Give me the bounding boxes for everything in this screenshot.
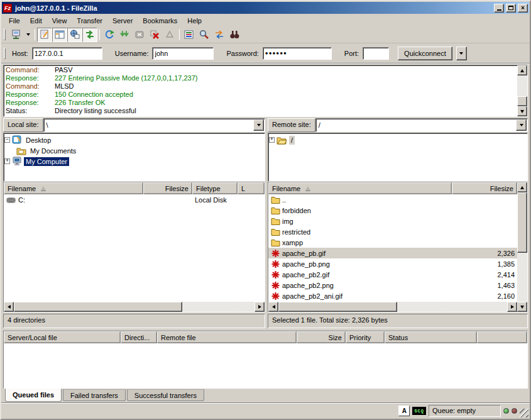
site-manager-dropdown-button[interactable] bbox=[23, 28, 33, 42]
host-input[interactable] bbox=[32, 47, 102, 60]
remote-site-dropdown-button[interactable] bbox=[516, 119, 527, 131]
menu-file[interactable]: File bbox=[4, 16, 25, 26]
scroll-right-button[interactable] bbox=[507, 302, 517, 312]
scroll-up-button[interactable] bbox=[517, 182, 527, 192]
scroll-right-button[interactable] bbox=[255, 302, 265, 312]
column-header-server-local-file[interactable]: Server/Local file bbox=[4, 331, 121, 343]
resize-grip[interactable] bbox=[520, 409, 528, 417]
menu-view[interactable]: View bbox=[47, 16, 72, 26]
local-site-combo[interactable]: \ bbox=[43, 118, 265, 132]
toggle-message-log-button[interactable] bbox=[37, 28, 52, 42]
folder-row[interactable]: restricted bbox=[268, 226, 517, 237]
quickconnect-dropdown-button[interactable] bbox=[456, 47, 467, 60]
menu-bookmarks[interactable]: Bookmarks bbox=[138, 16, 182, 26]
queue-header: Server/Local file Directi... Remote file… bbox=[4, 331, 527, 343]
folder-row[interactable]: xampp bbox=[268, 237, 517, 248]
expand-icon[interactable]: + bbox=[269, 137, 275, 143]
remote-hscroll-thumb[interactable] bbox=[278, 302, 397, 312]
disconnect-button[interactable] bbox=[147, 28, 162, 42]
password-input[interactable] bbox=[263, 47, 332, 60]
scroll-up-button[interactable] bbox=[517, 65, 527, 75]
toolbar-grip[interactable] bbox=[4, 29, 6, 40]
log-scrollbar[interactable] bbox=[517, 65, 527, 116]
filename-filters-button[interactable] bbox=[182, 28, 197, 42]
toggle-transfer-queue-button[interactable] bbox=[82, 28, 97, 42]
site-manager-button[interactable] bbox=[8, 28, 23, 42]
column-header-filetype[interactable]: Filetype bbox=[192, 182, 238, 194]
folder-row[interactable]: img bbox=[268, 216, 517, 226]
title-bar[interactable]: Fz john@127.0.0.1 - FileZilla × bbox=[2, 2, 529, 14]
username-input[interactable] bbox=[152, 47, 214, 60]
expand-icon[interactable]: + bbox=[4, 158, 10, 164]
local-hscroll-track[interactable] bbox=[14, 302, 255, 312]
directory-comparison-button[interactable] bbox=[197, 28, 212, 42]
speed-limit-indicator[interactable]: SCQ bbox=[412, 407, 426, 415]
column-header-filesize[interactable]: Filesize bbox=[143, 182, 192, 194]
menu-transfer[interactable]: Transfer bbox=[72, 16, 107, 26]
column-header-filename[interactable]: Filename bbox=[268, 182, 452, 194]
toggle-remote-tree-button[interactable] bbox=[67, 28, 82, 42]
log-line: Response:150 Connection accepted bbox=[6, 91, 515, 99]
remote-vscroll-thumb[interactable] bbox=[517, 192, 527, 253]
transfer-type-indicator[interactable]: A bbox=[398, 406, 410, 416]
tree-item-root[interactable]: + / bbox=[269, 135, 527, 145]
tree-item-my-documents[interactable]: My Documents bbox=[4, 145, 264, 156]
refresh-button[interactable] bbox=[102, 28, 117, 42]
file-row-c-drive[interactable]: C: Local Disk bbox=[4, 194, 265, 205]
column-header-lastmodified[interactable]: L bbox=[238, 182, 265, 194]
collapse-icon[interactable]: − bbox=[4, 137, 10, 143]
tab-successful-transfers[interactable]: Successful transfers bbox=[127, 389, 204, 401]
column-header-remote-file[interactable]: Remote file bbox=[157, 331, 297, 343]
log-scroll-track[interactable] bbox=[517, 75, 527, 106]
file-row[interactable]: apache_pb2.png 1,463 bbox=[268, 280, 517, 290]
menu-edit[interactable]: Edit bbox=[25, 16, 47, 26]
scroll-left-button[interactable] bbox=[4, 302, 14, 312]
log-scroll-thumb[interactable] bbox=[517, 96, 527, 106]
file-row[interactable]: apache_pb.png 1,385 bbox=[268, 258, 517, 269]
folder-row[interactable]: .. bbox=[268, 194, 517, 205]
column-header-status[interactable]: Status bbox=[385, 331, 477, 343]
scroll-down-button[interactable] bbox=[517, 302, 527, 312]
local-hscroll-thumb[interactable] bbox=[14, 302, 182, 312]
process-queue-button[interactable] bbox=[117, 28, 132, 42]
site-manager-icon bbox=[11, 30, 21, 40]
remote-file-list: Filename Filesize .. forbidden bbox=[268, 182, 528, 312]
file-row[interactable]: apache_pb2_ani.gif 2,160 bbox=[268, 290, 517, 301]
remote-list-hscrollbar[interactable] bbox=[268, 302, 517, 312]
message-log-text: Command:PASV Response:227 Entering Passi… bbox=[4, 65, 517, 116]
column-header-filename[interactable]: Filename bbox=[4, 182, 143, 194]
remote-site-combo[interactable]: / bbox=[315, 118, 528, 132]
column-header-filesize[interactable]: Filesize bbox=[452, 182, 517, 194]
tab-queued-files[interactable]: Queued files bbox=[5, 389, 62, 402]
maximize-button[interactable] bbox=[506, 4, 516, 13]
file-row[interactable]: apache_pb2.gif 2,414 bbox=[268, 269, 517, 280]
folder-row[interactable]: forbidden bbox=[268, 205, 517, 216]
synchronized-browsing-button[interactable] bbox=[212, 28, 227, 42]
remote-vscroll-track[interactable] bbox=[517, 192, 527, 302]
find-files-button[interactable] bbox=[227, 28, 242, 42]
menu-help[interactable]: Help bbox=[182, 16, 207, 26]
column-header-priority[interactable]: Priority bbox=[346, 331, 385, 343]
queue-body[interactable] bbox=[4, 343, 527, 388]
tree-item-my-computer[interactable]: + My Computer bbox=[4, 156, 264, 167]
column-header-direction[interactable]: Directi... bbox=[121, 331, 157, 343]
file-row-selected[interactable]: apache_pb.gif 2,326 bbox=[268, 248, 517, 258]
reconnect-button[interactable] bbox=[162, 28, 177, 42]
scroll-left-button[interactable] bbox=[268, 302, 278, 312]
local-site-dropdown-button[interactable] bbox=[253, 119, 264, 131]
scroll-down-button[interactable] bbox=[517, 106, 527, 116]
quickconnect-button[interactable]: Quickconnect bbox=[398, 47, 452, 60]
remote-hscroll-track[interactable] bbox=[278, 302, 507, 312]
tree-item-desktop[interactable]: − Desktop bbox=[4, 135, 264, 145]
tab-failed-transfers[interactable]: Failed transfers bbox=[63, 389, 126, 401]
toggle-local-tree-button[interactable] bbox=[52, 28, 67, 42]
close-button[interactable]: × bbox=[518, 4, 528, 13]
column-header-size[interactable]: Size bbox=[297, 331, 346, 343]
menu-server[interactable]: Server bbox=[107, 16, 138, 26]
port-input[interactable] bbox=[363, 47, 389, 60]
quickconnect-grip[interactable] bbox=[4, 48, 6, 59]
local-list-hscrollbar[interactable] bbox=[4, 302, 265, 312]
remote-list-vscrollbar[interactable] bbox=[517, 182, 527, 312]
cancel-operation-button[interactable] bbox=[132, 28, 147, 42]
minimize-button[interactable] bbox=[494, 4, 504, 13]
